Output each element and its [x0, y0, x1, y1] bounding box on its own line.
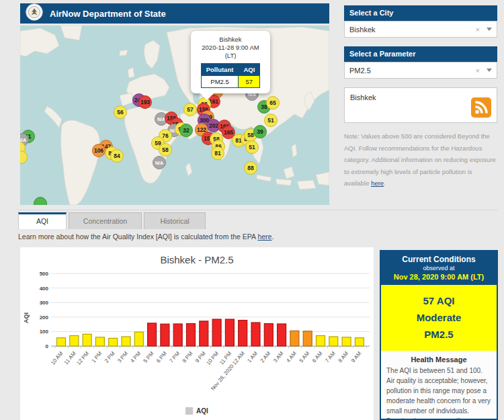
health-message-body: The AQI is between 51 and 100. Air quali…	[381, 366, 497, 420]
aqi-chart-panel: Bishkek - PM2.5 0100200300400500AQI10 AM…	[20, 247, 374, 420]
aqi-map-marker[interactable]: 58	[159, 143, 172, 157]
y-axis-tick: 400	[40, 286, 49, 292]
popup-col-aqi: AQI	[239, 63, 260, 75]
tab-historical[interactable]: Historical	[144, 212, 206, 229]
aqi-map-marker[interactable]: 39	[253, 125, 267, 138]
aqi-map-marker[interactable]: 193	[138, 95, 152, 109]
health-message-title: Health Message	[381, 351, 497, 366]
aqi-map-marker[interactable]: 65	[266, 96, 280, 110]
aqi-note: Note: Values above 500 are considered Be…	[344, 130, 497, 190]
chart-bar[interactable]	[212, 319, 221, 346]
x-axis-label: 3 PM	[116, 350, 129, 364]
city-select-header: Select a City	[344, 5, 497, 21]
chart-bar[interactable]	[239, 321, 247, 346]
learn-more-here-link[interactable]: here	[257, 233, 271, 241]
chart-bar[interactable]	[355, 338, 364, 346]
chart-bar[interactable]	[290, 331, 299, 346]
chart-legend: AQI	[20, 407, 374, 415]
state-department-seal-icon	[26, 3, 43, 24]
x-axis-label: 6 AM	[311, 350, 324, 364]
rss-feed-icon[interactable]	[471, 97, 491, 119]
city-select[interactable]: Bishkek ×	[344, 21, 497, 38]
aqi-map-marker[interactable]: 57	[183, 103, 197, 116]
chart-bar[interactable]	[134, 332, 143, 346]
aqi-map-marker[interactable]: 32	[179, 124, 193, 137]
tab-concentration[interactable]: Concentration	[69, 212, 142, 229]
observed-at-label: observed at	[383, 265, 495, 271]
parameter-chevron-down-icon[interactable]	[487, 69, 492, 72]
current-conditions-title: Current Conditions	[383, 255, 495, 264]
popup-aqi-table: Pollutant AQI PM2.5 57	[201, 63, 261, 88]
parameter-select-value: PM2.5	[349, 67, 476, 75]
x-axis-label: 2 AM	[259, 350, 272, 364]
chart-bar[interactable]	[95, 337, 104, 346]
chart-bar[interactable]	[161, 324, 169, 346]
x-axis-label: 5 AM	[298, 350, 311, 364]
sidebar: Select a City Bishkek × Select a Paramet…	[344, 5, 497, 190]
parameter-select[interactable]: PM2.5 ×	[344, 62, 497, 79]
y-axis-tick: 100	[40, 329, 49, 335]
chart-bar[interactable]	[109, 338, 118, 346]
aqi-map-marker[interactable]: 88	[244, 161, 257, 175]
chart-bar[interactable]	[57, 338, 66, 346]
current-pollutant: PM2.5	[384, 327, 494, 343]
chart-bar[interactable]	[187, 324, 196, 346]
chart-bar[interactable]	[225, 319, 234, 346]
chart-bar[interactable]	[317, 335, 325, 346]
x-axis-label: 1 AM	[246, 350, 259, 364]
chart-bar[interactable]	[342, 337, 351, 346]
current-aqi-category: Moderate	[384, 310, 494, 327]
city-select-value: Bishkek	[349, 26, 476, 34]
chart-bar[interactable]	[70, 335, 79, 346]
chart-bar[interactable]	[278, 324, 286, 346]
x-axis-label: 1 PM	[91, 350, 103, 364]
aqi-map-marker[interactable]: 51	[245, 140, 259, 154]
aqi-map-marker[interactable]: 106	[92, 144, 106, 157]
learn-more-after: .	[271, 233, 274, 241]
chart-bar[interactable]	[251, 323, 260, 346]
app-header: AirNow Department of State	[20, 3, 329, 24]
aqi-map-marker[interactable]: 84	[110, 149, 124, 163]
chart-bar[interactable]	[264, 324, 273, 346]
aqi-map-marker[interactable]: 51	[264, 114, 278, 127]
aqi-map-marker[interactable]: 81	[211, 146, 224, 160]
city-clear-icon[interactable]: ×	[476, 26, 480, 34]
y-axis-tick: 0	[46, 343, 49, 349]
x-axis-label: 8 AM	[337, 350, 350, 364]
aqi-map-marker[interactable]: N/A	[153, 156, 166, 169]
chart-bar[interactable]	[200, 321, 208, 346]
x-axis-label: 2 PM	[103, 350, 116, 364]
x-axis-label: 4 AM	[285, 350, 298, 364]
x-axis-label: 4 PM	[129, 350, 142, 364]
note-period: .	[384, 179, 386, 187]
parameter-clear-icon[interactable]: ×	[476, 67, 480, 75]
popup-pollutant-value: PM2.5	[201, 75, 239, 87]
popup-col-pollutant: Pollutant	[201, 63, 239, 75]
x-axis-label: 8 PM	[181, 350, 194, 364]
current-aqi-value: 57 AQI	[384, 293, 494, 310]
chart-bar[interactable]	[329, 337, 338, 346]
x-axis-label: 9 AM	[350, 350, 363, 364]
note-here-link[interactable]: here	[371, 179, 384, 187]
chart-bar[interactable]	[83, 334, 91, 346]
feed-box: Bishkek	[344, 87, 497, 123]
city-chevron-down-icon[interactable]	[487, 28, 492, 31]
aqi-map-marker[interactable]: 56	[114, 106, 127, 119]
y-axis-tick: 300	[40, 300, 49, 306]
current-conditions-panel: Current Conditions observed at Nov 28, 2…	[380, 250, 498, 420]
chart-bar[interactable]	[303, 331, 312, 346]
chart-bar[interactable]	[122, 337, 130, 346]
current-conditions-header: Current Conditions observed at Nov 28, 2…	[381, 251, 497, 285]
x-axis-label: 10 AM	[50, 350, 65, 366]
x-axis-label: 5 PM	[142, 350, 155, 364]
chart-bar[interactable]	[148, 323, 157, 346]
tab-aqi[interactable]: AQI	[18, 212, 67, 229]
world-map[interactable]: 11N/A56241193N/A158154N/A9532765958N/A14…	[20, 26, 329, 205]
feed-city-label: Bishkek	[350, 93, 376, 101]
x-axis-label: 10 PM	[205, 350, 220, 366]
chart-bar[interactable]	[173, 324, 182, 346]
popup-datetime: 2020-11-28 9:00 AM	[194, 44, 267, 52]
map-popup: Bishkek 2020-11-28 9:00 AM (LT) Pollutan…	[191, 31, 270, 93]
note-text: Note: Values above 500 are considered Be…	[344, 132, 496, 187]
parameter-select-header: Select a Parameter	[344, 46, 497, 62]
